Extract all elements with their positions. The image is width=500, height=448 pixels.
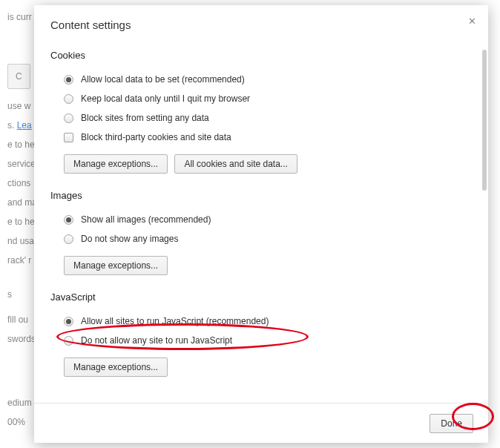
radio-icon[interactable] (64, 234, 73, 244)
cookies-manage-exceptions-button[interactable]: Manage exceptions... (64, 154, 168, 174)
javascript-button-row: Manage exceptions... (50, 350, 472, 380)
cookies-button-row: Manage exceptions... All cookies and sit… (50, 147, 472, 177)
option-label: Allow all sites to run JavaScript (recom… (81, 316, 269, 326)
content-settings-dialog: Content settings ✕ Cookies Allow local d… (34, 5, 488, 443)
radio-icon[interactable] (64, 215, 73, 225)
dialog-footer: Done (34, 403, 488, 443)
option-label: Do not allow any site to run JavaScript (81, 335, 232, 346)
radio-icon[interactable] (64, 113, 73, 123)
cookies-block-option[interactable]: Block sites from setting any data (50, 108, 472, 128)
close-icon[interactable]: ✕ (468, 16, 476, 27)
radio-icon[interactable] (64, 317, 73, 326)
option-label: Block third-party cookies and site data (81, 132, 231, 142)
javascript-allow-option[interactable]: Allow all sites to run JavaScript (recom… (50, 312, 472, 331)
all-cookies-button[interactable]: All cookies and site data... (174, 154, 297, 174)
option-label: Block sites from setting any data (81, 113, 209, 123)
images-manage-exceptions-button[interactable]: Manage exceptions... (64, 256, 168, 275)
images-show-option[interactable]: Show all images (recommended) (50, 210, 472, 229)
option-label: Do not show any images (81, 234, 178, 244)
option-label: Allow local data to be set (recommended) (81, 74, 245, 85)
section-heading-images: Images (50, 190, 472, 201)
radio-icon[interactable] (64, 336, 73, 346)
cookies-keep-option[interactable]: Keep local data only until I quit my bro… (50, 89, 472, 108)
done-button[interactable]: Done (430, 414, 473, 433)
checkbox-icon[interactable] (64, 133, 73, 142)
javascript-block-option[interactable]: Do not allow any site to run JavaScript (50, 331, 472, 350)
scrollbar[interactable] (482, 50, 487, 191)
dialog-title: Content settings (50, 19, 131, 31)
cookies-thirdparty-option[interactable]: Block third-party cookies and site data (50, 128, 472, 147)
section-heading-javascript: JavaScript (50, 291, 472, 303)
images-hide-option[interactable]: Do not show any images (50, 229, 472, 248)
cookies-allow-option[interactable]: Allow local data to be set (recommended) (50, 70, 472, 89)
bg-link: Lea (17, 120, 32, 131)
bg-button: C (7, 64, 30, 89)
section-heading-cookies: Cookies (50, 50, 472, 61)
radio-icon[interactable] (64, 94, 73, 104)
radio-icon[interactable] (64, 75, 73, 85)
option-label: Show all images (recommended) (81, 214, 211, 225)
option-label: Keep local data only until I quit my bro… (81, 93, 250, 104)
dialog-header: Content settings ✕ (34, 5, 488, 39)
dialog-body: Cookies Allow local data to be set (reco… (34, 42, 488, 403)
javascript-manage-exceptions-button[interactable]: Manage exceptions... (64, 358, 168, 377)
images-button-row: Manage exceptions... (50, 248, 472, 278)
